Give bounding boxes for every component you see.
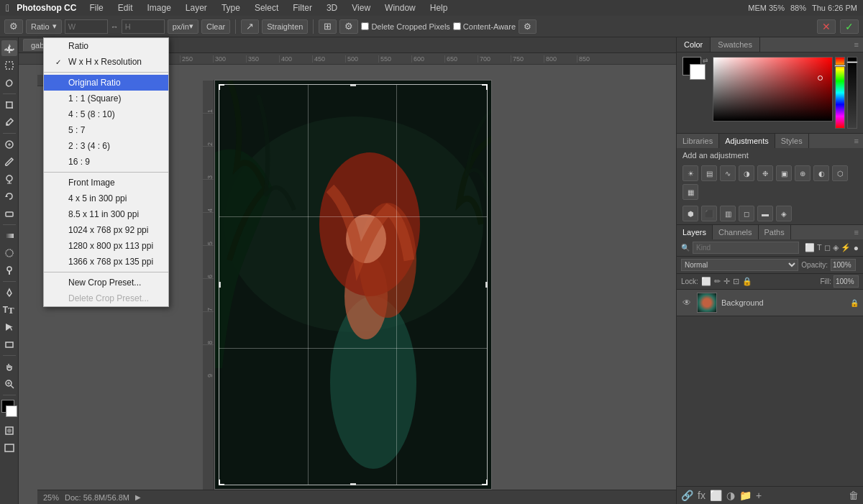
move-tool[interactable] bbox=[1, 40, 17, 56]
layer-visibility-eye[interactable]: 👁 bbox=[681, 298, 693, 308]
hand-tool[interactable] bbox=[1, 359, 17, 375]
menu-window[interactable]: Window bbox=[382, 1, 419, 14]
menu-3d[interactable]: 3D bbox=[324, 1, 340, 14]
dd-2x3[interactable]: 2 : 3 (4 : 6) bbox=[44, 138, 168, 154]
blend-mode-select[interactable]: Normal Multiply Screen Overlay bbox=[681, 259, 798, 271]
layer-adj-btn[interactable]: ◑ bbox=[726, 490, 735, 501]
vibrance-adj[interactable]: ❉ bbox=[757, 165, 773, 181]
colorbalance-adj[interactable]: ⊕ bbox=[795, 165, 811, 181]
color-saturation-value[interactable] bbox=[713, 57, 833, 122]
lock-paint-icon[interactable]: ✏ bbox=[714, 277, 721, 286]
crop-tool[interactable] bbox=[1, 97, 17, 113]
dd-1x1[interactable]: 1 : 1 (Square) bbox=[44, 91, 168, 106]
exposure-adj[interactable]: ◑ bbox=[739, 165, 754, 181]
threshold-adj[interactable]: ◻ bbox=[739, 206, 754, 221]
width-input[interactable] bbox=[65, 19, 108, 34]
menu-filter[interactable]: Filter bbox=[290, 1, 315, 14]
posterize-adj[interactable]: ▥ bbox=[720, 206, 736, 221]
content-aware-checkbox[interactable] bbox=[453, 22, 461, 30]
lock-transparent-icon[interactable]: ⬜ bbox=[701, 277, 711, 286]
screen-mode-btn[interactable] bbox=[1, 440, 17, 456]
dd-front-image[interactable]: Front Image bbox=[44, 175, 168, 191]
opacity-input[interactable] bbox=[831, 259, 856, 271]
bw-adj[interactable]: ◐ bbox=[813, 165, 829, 181]
gradient-tool[interactable] bbox=[1, 228, 17, 244]
menu-layer[interactable]: Layer bbox=[183, 1, 210, 14]
invert-adj[interactable]: ⬛ bbox=[701, 206, 717, 221]
lock-position-icon[interactable]: ✛ bbox=[723, 277, 730, 286]
dd-8x11in[interactable]: 8.5 x 11 in 300 ppi bbox=[44, 206, 168, 222]
channel-mixer-adj[interactable]: ▦ bbox=[682, 184, 698, 200]
dd-4x5in[interactable]: 4 x 5 in 300 ppi bbox=[44, 191, 168, 206]
delete-layer-btn[interactable]: 🗑 bbox=[849, 490, 859, 501]
fill-input[interactable] bbox=[834, 275, 859, 288]
hue-slider[interactable] bbox=[835, 57, 845, 129]
straighten-button[interactable]: Straighten bbox=[262, 19, 308, 34]
layers-panel-menu[interactable]: ≡ bbox=[850, 225, 863, 239]
delete-cropped-checkbox[interactable] bbox=[361, 22, 369, 30]
gradient-map-adj[interactable]: ▬ bbox=[757, 206, 773, 221]
swap-colors[interactable]: ⇄ bbox=[703, 57, 708, 64]
spot-heal-tool[interactable] bbox=[1, 137, 17, 152]
dd-1366x768[interactable]: 1366 x 768 px 135 ppi bbox=[44, 254, 168, 270]
filter-text-icon[interactable]: T bbox=[817, 243, 822, 252]
filter-smart-icon[interactable]: ◈ bbox=[833, 243, 839, 252]
brightness-adj[interactable]: ☀ bbox=[682, 165, 698, 181]
path-select-tool[interactable] bbox=[1, 319, 17, 335]
bg-swatch[interactable] bbox=[690, 64, 706, 80]
layers-kind-input[interactable] bbox=[693, 242, 799, 254]
unit-dropdown[interactable]: px/in ▾ bbox=[168, 19, 198, 34]
paths-tab[interactable]: Paths bbox=[759, 225, 791, 239]
new-layer-btn[interactable]: + bbox=[756, 490, 762, 501]
menu-view[interactable]: View bbox=[349, 1, 373, 14]
levels-adj[interactable]: ▤ bbox=[701, 165, 717, 181]
content-aware-check[interactable]: Content-Aware bbox=[453, 22, 516, 31]
filter-effect-icon[interactable]: ⚡ bbox=[841, 243, 851, 252]
selective-color-adj[interactable]: ◈ bbox=[776, 206, 792, 221]
layer-mask-btn[interactable]: ⬜ bbox=[710, 490, 722, 501]
confirm-crop-btn[interactable]: ✓ bbox=[840, 19, 859, 34]
straighten-icon[interactable]: ↗ bbox=[241, 19, 259, 34]
history-brush-tool[interactable] bbox=[1, 188, 17, 204]
photo-filter-adj[interactable]: ⬡ bbox=[832, 165, 848, 181]
dd-5x7[interactable]: 5 : 7 bbox=[44, 122, 168, 138]
clone-tool[interactable] bbox=[1, 171, 17, 187]
eyedropper-tool[interactable] bbox=[1, 114, 17, 130]
background-color[interactable] bbox=[6, 406, 17, 417]
dodge-tool[interactable] bbox=[1, 262, 17, 278]
layer-fx-btn[interactable]: fx bbox=[698, 490, 706, 501]
filter-pixel-icon[interactable]: ⬜ bbox=[805, 243, 815, 252]
menu-image[interactable]: Image bbox=[144, 1, 173, 14]
adj-panel-menu[interactable]: ≡ bbox=[850, 134, 863, 148]
layer-link-btn[interactable]: 🔗 bbox=[681, 490, 693, 501]
cancel-crop-btn[interactable]: ✕ bbox=[817, 19, 836, 34]
menu-type[interactable]: Type bbox=[219, 1, 243, 14]
dd-new-preset[interactable]: New Crop Preset... bbox=[44, 275, 168, 290]
lock-all-icon[interactable]: 🔒 bbox=[742, 277, 752, 286]
lasso-tool[interactable] bbox=[1, 75, 17, 91]
dd-ratio[interactable]: Ratio bbox=[44, 38, 168, 54]
curves-adj[interactable]: ∿ bbox=[720, 165, 736, 181]
status-arrow[interactable]: ▶ bbox=[135, 493, 141, 501]
blur-tool[interactable] bbox=[1, 245, 17, 261]
menu-file[interactable]: File bbox=[86, 1, 106, 14]
dd-1024x768[interactable]: 1024 x 768 px 92 ppi bbox=[44, 222, 168, 238]
content-aware-settings[interactable]: ⚙ bbox=[519, 19, 536, 34]
channels-tab[interactable]: Channels bbox=[713, 225, 758, 239]
color-cursor[interactable] bbox=[818, 75, 823, 81]
clear-button[interactable]: Clear bbox=[201, 19, 230, 34]
layer-row-background[interactable]: 👁 Background 🔒 bbox=[677, 290, 863, 316]
quick-mask-btn[interactable] bbox=[1, 423, 17, 439]
type-tool[interactable]: T T bbox=[1, 302, 17, 318]
color-tab[interactable]: Color bbox=[677, 37, 711, 52]
crop-tool-btn[interactable]: ⚙ bbox=[4, 19, 23, 34]
lock-artboard-icon[interactable]: ⊡ bbox=[733, 277, 739, 286]
menu-edit[interactable]: Edit bbox=[115, 1, 136, 14]
color-panel-menu[interactable]: ≡ bbox=[850, 37, 863, 52]
settings-icon-btn[interactable]: ⚙ bbox=[339, 19, 358, 34]
marquee-tool[interactable] bbox=[1, 58, 17, 73]
dd-wxhxres[interactable]: ✓ W x H x Resolution bbox=[44, 54, 168, 70]
layers-filter-toggle[interactable]: ● bbox=[854, 243, 859, 253]
shape-tool[interactable] bbox=[1, 336, 17, 352]
color-lookup-adj[interactable]: ⬢ bbox=[682, 206, 698, 221]
